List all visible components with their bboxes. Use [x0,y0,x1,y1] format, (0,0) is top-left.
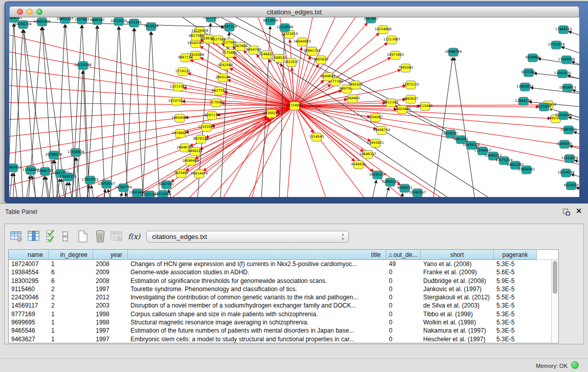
column-header-out-de[interactable]: △out_de... [386,250,421,260]
column-header-title[interactable]: title [128,250,386,260]
table-row[interactable]: 946362711997Embryonic stem cells: a mode… [9,335,558,343]
table-cell: 1 [49,310,93,318]
graph-node[interactable]: 10224539 [557,169,574,177]
graph-node[interactable]: 12210479 [561,155,578,163]
graph-node[interactable]: 12975115 [402,81,419,89]
graph-node[interactable]: 16648784 [445,48,462,56]
graph-node[interactable]: 14651082 [507,161,524,169]
network-window-titlebar[interactable]: citations_edges.txt [9,6,579,17]
graph-node[interactable]: 10242557 [409,189,426,197]
table-row[interactable]: 1938455462009Genome-wide association stu… [9,268,558,276]
table-cell: Estimation of significance thresholds fo… [128,277,386,285]
function-builder-icon[interactable]: f(x) [126,229,142,244]
show-column-icon[interactable] [26,229,41,244]
graph-node[interactable]: 12093872 [516,83,533,91]
column-header-short[interactable]: short [421,250,494,260]
graph-node[interactable]: 8813054 [263,17,278,25]
delete-table-icon[interactable] [93,229,108,244]
column-header-in-degree[interactable]: in_degree [49,250,93,260]
table-scrollbar[interactable] [551,260,558,343]
table-settings-icon[interactable] [9,229,24,244]
graph-node[interactable]: 11544908 [558,56,575,64]
graph-node[interactable]: 2087682 [363,17,378,23]
table-row[interactable]: 969969511998Structural magnetic resonanc… [9,318,558,326]
graph-node[interactable]: 9127508 [222,39,236,47]
network-view[interactable]: 1872400718300295185433829127508236760891… [9,17,579,197]
graph-node[interactable]: 9224550 [564,182,579,190]
graph-node[interactable]: 7615526 [144,23,159,31]
graph-node[interactable]: 12213987 [383,36,400,44]
graph-node[interactable]: 1822037 [284,58,299,67]
table-row[interactable]: 911546021997Tourette syndrome. Phenomeno… [9,285,558,293]
graph-node[interactable]: 19654985 [171,114,188,122]
graph-node[interactable]: 2364405 [345,95,360,103]
graph-node[interactable]: 12942757 [37,167,54,176]
attribute-table: namein_degreeyeartitle△out_de...shortpag… [8,249,559,343]
graph-node[interactable]: 9245033 [397,184,412,192]
graph-node[interactable]: 16914479 [191,170,208,178]
table-cell: Franke et al. (2009) [421,268,494,276]
graph-node[interactable]: 9463627 [403,95,418,103]
graph-node[interactable]: 8454749 [246,46,261,54]
graph-node[interactable]: 10958167 [98,180,115,188]
graph-node[interactable]: 10003561 [560,126,577,134]
graph-node[interactable]: 9329966 [525,54,540,62]
table-cell: 49 [386,260,421,268]
table-row[interactable]: 2242004622012Investigating the contribut… [9,293,558,301]
graph-node[interactable]: 8878334 [193,135,208,143]
graph-edge [568,75,579,82]
graph-node[interactable]: 2367608 [233,42,248,51]
table-row[interactable]: 977716911998Corpus callosum shape and si… [9,310,558,318]
graph-node[interactable]: 13041935 [554,70,571,78]
graph-node[interactable]: 317004 [210,99,223,107]
float-panel-icon[interactable] [562,208,571,216]
graph-node[interactable]: 7485063 [398,64,413,72]
table-cell: 1997 [93,285,128,293]
graph-node[interactable]: 20153346 [75,61,92,70]
graph-node[interactable]: 12444135 [515,97,532,105]
graph-node[interactable]: 16033809 [203,17,220,22]
table-row[interactable]: 1830029562008Estimation of significance … [9,277,558,285]
column-header-year[interactable]: year [93,250,128,260]
network-graph[interactable]: 1872400718300295185433829127508236760891… [9,17,579,197]
graph-node[interactable]: 17957222 [82,176,99,184]
table-cell: 5.3E-5 [494,301,537,310]
table-selector[interactable]: citations_edges.txt ▲▼ [146,231,349,243]
graph-node[interactable]: 16154808 [375,26,391,34]
graph-edge [295,105,543,106]
graph-node[interactable]: 9671355 [127,19,142,27]
graph-node[interactable]: 2718120 [176,68,190,76]
table-cell: 5.5E-5 [494,293,537,301]
graph-node[interactable]: 10648337 [359,150,376,159]
graph-node[interactable]: 9146821 [259,51,274,59]
graph-node[interactable]: 16782759 [115,184,132,192]
graph-edge [135,28,144,197]
delete-column-icon[interactable] [109,229,124,244]
table-cell: 9115460 [9,285,49,293]
column-header-name[interactable]: name [9,250,49,260]
graph-node[interactable]: 2803144 [215,74,230,82]
graph-node[interactable]: 9227341 [521,69,536,77]
graph-node[interactable]: 1514545 [309,133,324,141]
close-panel-icon[interactable]: ✕ [576,207,582,215]
graph-node[interactable]: 2204067 [368,114,383,122]
table-cell: de Silva et al. (2003) [421,301,494,310]
graph-edge [295,106,579,166]
graph-node[interactable]: 17359924 [68,148,84,157]
column-header-pagerank[interactable]: pagerank [494,250,537,260]
graph-node[interactable]: 11156869 [22,166,39,174]
table-row[interactable]: 1456911722003Disruption of a novel membe… [9,301,558,310]
table-row[interactable]: 1872400712008Changes of HCN gene express… [9,260,558,268]
scrollbar-thumb[interactable] [553,261,557,294]
table-cell: 1997 [93,335,128,343]
graph-node[interactable]: 17344513 [555,26,572,34]
select-all-icon[interactable] [43,229,59,244]
unselect-rows-icon[interactable] [60,229,71,244]
table-cell: 1 [49,260,93,268]
table-row[interactable]: 946554611997Estimation of the future num… [9,326,558,335]
graph-edge [295,17,314,106]
new-table-icon[interactable] [75,229,91,244]
graph-node[interactable]: 10834413 [559,84,576,92]
graph-node[interactable]: 15684301 [518,166,535,174]
graph-node[interactable]: 15751874 [548,41,564,49]
